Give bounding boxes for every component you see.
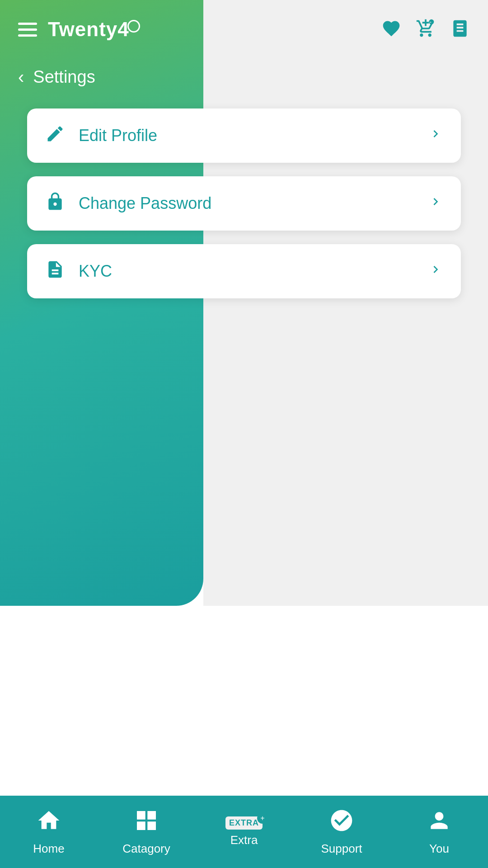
bottom-navigation: Home Catagory EXTRA + Extra Support bbox=[0, 796, 488, 868]
extra-badge: EXTRA + bbox=[225, 816, 263, 830]
kyc-left: KYC bbox=[45, 259, 112, 283]
svg-text:+: + bbox=[430, 20, 432, 24]
right-white-panel bbox=[203, 0, 488, 606]
change-password-left: Change Password bbox=[45, 192, 211, 216]
nav-home[interactable]: Home bbox=[0, 808, 98, 856]
book-icon[interactable] bbox=[450, 19, 470, 40]
header-right: + bbox=[381, 19, 470, 40]
hamburger-line-3 bbox=[18, 34, 37, 37]
pencil-icon bbox=[45, 124, 65, 148]
logo-text: Twenty4 bbox=[48, 18, 129, 40]
header-left: Twenty4 bbox=[18, 18, 140, 41]
header: Twenty4 + bbox=[0, 0, 488, 59]
nav-extra-label: Extra bbox=[230, 833, 258, 847]
settings-title: Settings bbox=[33, 67, 95, 87]
edit-profile-left: Edit Profile bbox=[45, 124, 157, 148]
nav-support-label: Support bbox=[321, 842, 362, 856]
person-icon bbox=[427, 808, 452, 838]
nav-you[interactable]: You bbox=[390, 808, 488, 856]
settings-menu: Edit Profile Change Password bbox=[27, 108, 461, 298]
nav-you-label: You bbox=[429, 842, 449, 856]
change-password-arrow bbox=[428, 194, 443, 213]
back-button[interactable]: ‹ bbox=[18, 67, 24, 87]
change-password-label: Change Password bbox=[79, 194, 211, 213]
hamburger-line-2 bbox=[18, 28, 37, 31]
document-icon bbox=[45, 259, 65, 283]
app-logo: Twenty4 bbox=[48, 18, 140, 41]
nav-home-label: Home bbox=[33, 842, 64, 856]
kyc-arrow bbox=[428, 262, 443, 281]
nav-support[interactable]: Support bbox=[293, 808, 390, 856]
kyc-item[interactable]: KYC bbox=[27, 244, 461, 298]
nav-category-label: Catagory bbox=[122, 842, 170, 856]
nav-category[interactable]: Catagory bbox=[98, 808, 195, 856]
heart-icon[interactable] bbox=[381, 19, 401, 40]
grid-icon bbox=[134, 808, 159, 838]
extra-plus-icon: + bbox=[257, 813, 268, 824]
lock-icon bbox=[45, 192, 65, 216]
cart-icon[interactable]: + bbox=[416, 19, 436, 40]
nav-extra[interactable]: EXTRA + Extra bbox=[195, 816, 293, 847]
edit-profile-item[interactable]: Edit Profile bbox=[27, 108, 461, 163]
logo-circle bbox=[127, 20, 140, 33]
edit-profile-arrow bbox=[428, 126, 443, 145]
support-icon bbox=[329, 808, 354, 838]
hamburger-menu-button[interactable] bbox=[18, 23, 37, 37]
settings-bar: ‹ Settings bbox=[0, 59, 203, 95]
edit-profile-label: Edit Profile bbox=[79, 126, 157, 145]
change-password-item[interactable]: Change Password bbox=[27, 176, 461, 231]
home-icon bbox=[36, 808, 61, 838]
hamburger-line-1 bbox=[18, 23, 37, 25]
kyc-label: KYC bbox=[79, 262, 112, 281]
